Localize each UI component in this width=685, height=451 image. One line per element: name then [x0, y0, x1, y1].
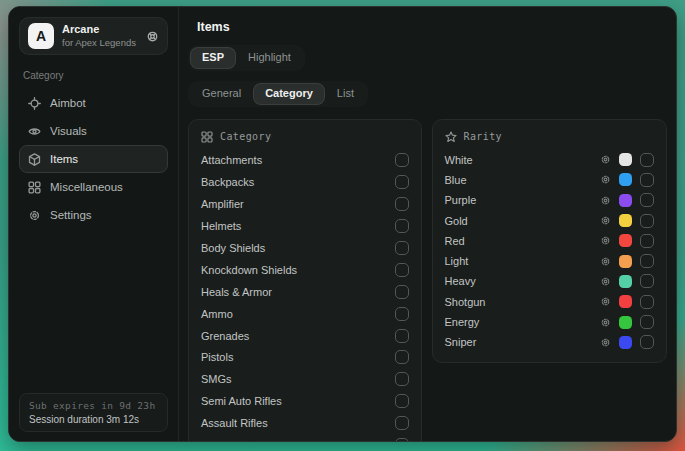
tab-general[interactable]: General	[191, 84, 252, 104]
category-row-label: SMGs	[201, 373, 232, 385]
checkbox[interactable]	[640, 173, 654, 187]
eye-icon	[28, 125, 41, 138]
tab-label: General	[202, 87, 241, 99]
color-swatch[interactable]	[619, 173, 632, 186]
category-row: Attachments	[201, 150, 409, 172]
gear-icon[interactable]	[600, 154, 611, 165]
gear-icon[interactable]	[600, 256, 611, 267]
rarity-row-label: Shotgun	[445, 296, 486, 308]
rarity-row-controls	[600, 274, 654, 288]
category-row-label: Knockdown Shields	[201, 264, 297, 276]
gear-icon[interactable]	[600, 195, 611, 206]
sidebar-item-label: Aimbot	[50, 97, 86, 109]
sidebar-section-label: Category	[23, 70, 164, 81]
checkbox[interactable]	[640, 254, 654, 268]
view-tabs: General Category List	[188, 81, 368, 107]
rarity-row-controls	[600, 173, 654, 187]
gear-icon[interactable]	[600, 276, 611, 287]
checkbox[interactable]	[395, 307, 409, 321]
sidebar-item-settings[interactable]: Settings	[19, 201, 168, 229]
checkbox[interactable]	[395, 394, 409, 408]
checkbox[interactable]	[640, 315, 654, 329]
checkbox[interactable]	[395, 219, 409, 233]
session-duration-text: Session duration 3m 12s	[29, 414, 158, 425]
checkbox[interactable]	[395, 285, 409, 299]
checkbox[interactable]	[395, 416, 409, 430]
category-row-label: Assault Rifles	[201, 417, 268, 429]
checkbox[interactable]	[640, 214, 654, 228]
checkbox[interactable]	[395, 329, 409, 343]
checkbox[interactable]	[640, 295, 654, 309]
rarity-row-label: White	[445, 154, 473, 166]
sidebar-item-items[interactable]: Items	[19, 145, 168, 173]
subscription-card: Sub expires in 9d 23h Session duration 3…	[19, 393, 168, 432]
rarity-row-controls	[600, 295, 654, 309]
color-swatch[interactable]	[619, 316, 632, 329]
color-swatch[interactable]	[619, 153, 632, 166]
category-row: Knockdown Shields	[201, 259, 409, 281]
checkbox[interactable]	[395, 241, 409, 255]
category-row-label: Pistols	[201, 351, 233, 363]
category-row: Amplifier	[201, 193, 409, 215]
color-swatch[interactable]	[619, 255, 632, 268]
color-swatch[interactable]	[619, 295, 632, 308]
gear-icon[interactable]	[600, 337, 611, 348]
color-swatch[interactable]	[619, 336, 632, 349]
checkbox[interactable]	[395, 263, 409, 277]
rarity-panel: Rarity White Blue Purple Gold	[432, 119, 668, 364]
category-row: Ammo	[201, 303, 409, 325]
sidebar-item-miscellaneous[interactable]: Miscellaneous	[19, 173, 168, 201]
checkbox[interactable]	[395, 197, 409, 211]
category-row: Body Shields	[201, 237, 409, 259]
checkbox[interactable]	[640, 193, 654, 207]
tab-esp[interactable]: ESP	[191, 48, 235, 68]
settings-gear-icon[interactable]	[146, 30, 159, 43]
rarity-row-label: Heavy	[445, 275, 476, 287]
category-panel: Category Attachments Backpacks Amplifier…	[188, 119, 422, 443]
checkbox[interactable]	[395, 438, 409, 442]
tab-category[interactable]: Category	[254, 84, 324, 104]
color-swatch[interactable]	[619, 275, 632, 288]
star-icon	[445, 131, 457, 143]
category-row: Semi Auto Rifles	[201, 390, 409, 412]
rarity-row: Red	[445, 231, 655, 251]
checkbox[interactable]	[640, 153, 654, 167]
rarity-row-label: Sniper	[445, 336, 477, 348]
tab-label: ESP	[202, 51, 224, 63]
category-row-label: Ammo	[201, 308, 233, 320]
checkbox[interactable]	[395, 153, 409, 167]
rarity-list: White Blue Purple Gold Red	[445, 150, 655, 353]
checkbox[interactable]	[640, 274, 654, 288]
sidebar-item-label: Visuals	[50, 125, 87, 137]
gear-icon[interactable]	[600, 235, 611, 246]
checkbox[interactable]	[395, 175, 409, 189]
rarity-row: Gold	[445, 210, 655, 230]
category-row-label: Heals & Armor	[201, 286, 272, 298]
gear-icon[interactable]	[600, 215, 611, 226]
rarity-row-label: Red	[445, 235, 465, 247]
rarity-row-controls	[600, 234, 654, 248]
category-row-label: LMGs	[201, 439, 230, 442]
sidebar-item-visuals[interactable]: Visuals	[19, 117, 168, 145]
gear-icon[interactable]	[600, 174, 611, 185]
category-row-label: Semi Auto Rifles	[201, 395, 282, 407]
tab-highlight[interactable]: Highlight	[237, 48, 302, 68]
tab-list[interactable]: List	[326, 84, 365, 104]
checkbox[interactable]	[640, 335, 654, 349]
panels: Category Attachments Backpacks Amplifier…	[188, 119, 667, 443]
sidebar-item-aimbot[interactable]: Aimbot	[19, 89, 168, 117]
color-swatch[interactable]	[619, 234, 632, 247]
gear-icon[interactable]	[600, 296, 611, 307]
box-icon	[28, 153, 41, 166]
checkbox[interactable]	[640, 234, 654, 248]
checkbox[interactable]	[395, 350, 409, 364]
rarity-row: Light	[445, 251, 655, 271]
gear-icon[interactable]	[600, 317, 611, 328]
app-name: Arcane	[62, 23, 136, 37]
category-row: Grenades	[201, 325, 409, 347]
checkbox[interactable]	[395, 372, 409, 386]
color-swatch[interactable]	[619, 214, 632, 227]
sidebar-item-label: Miscellaneous	[50, 181, 123, 193]
color-swatch[interactable]	[619, 194, 632, 207]
gear-icon	[28, 209, 41, 222]
